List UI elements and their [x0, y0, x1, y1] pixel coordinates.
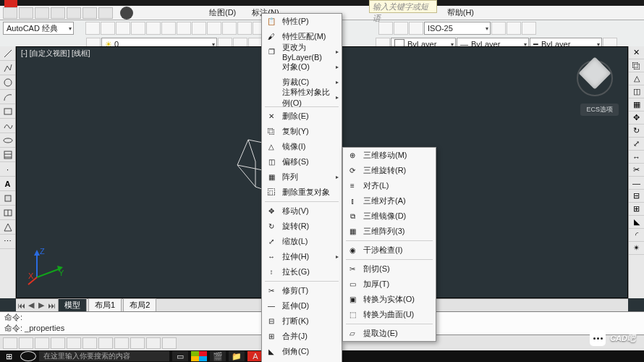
- toolbar-button[interactable]: [237, 22, 252, 35]
- taskbar-app[interactable]: 🎬: [210, 351, 226, 361]
- status-button[interactable]: [3, 337, 17, 349]
- tool-move[interactable]: ✥: [629, 111, 644, 125]
- tool-explode[interactable]: ✴: [629, 242, 644, 255]
- tool-hatch[interactable]: [0, 148, 15, 162]
- taskbar-app[interactable]: [191, 351, 207, 361]
- tab-layout2[interactable]: 布局2: [123, 298, 156, 312]
- tool-arc[interactable]: [0, 90, 15, 104]
- status-button[interactable]: [130, 337, 145, 349]
- dimstyle-dropdown[interactable]: ISO-25▾: [424, 22, 491, 35]
- menu-item[interactable]: ✕删除(E): [262, 109, 342, 124]
- status-button[interactable]: [19, 337, 33, 349]
- toolbar-button[interactable]: [394, 22, 408, 35]
- toolbar-button[interactable]: [161, 22, 176, 35]
- qat-button[interactable]: [51, 7, 65, 19]
- menu-item[interactable]: ⬚转换为曲面(U): [343, 307, 436, 322]
- menu-item[interactable]: △镜像(I): [262, 139, 342, 154]
- menu-item[interactable]: ⫿三维对齐(A): [343, 193, 436, 209]
- tool-join[interactable]: ⊞: [629, 203, 644, 216]
- menu-item[interactable]: ✂剖切(S): [343, 261, 436, 277]
- status-button[interactable]: [98, 337, 113, 349]
- viewcube[interactable]: [577, 60, 613, 96]
- tool-stretch[interactable]: ↔: [629, 151, 644, 164]
- menu-item[interactable]: ▦三维阵列(3): [343, 224, 436, 239]
- menu-item[interactable]: ▦阵列▸: [262, 169, 342, 185]
- help-search-input[interactable]: 输入关键字或短语: [369, 0, 437, 13]
- menu-item[interactable]: ⊕三维移动(M): [343, 148, 436, 163]
- menu-item[interactable]: ⊟打断(K): [262, 313, 342, 329]
- tool-point[interactable]: ·: [0, 162, 15, 177]
- tool-trim[interactable]: ✂: [629, 164, 644, 177]
- toolbar-button[interactable]: [409, 22, 423, 35]
- menu-item[interactable]: ▭加厚(T): [343, 277, 436, 292]
- qat-button[interactable]: [19, 7, 33, 19]
- gear-icon[interactable]: [120, 7, 133, 20]
- status-button[interactable]: [67, 337, 81, 349]
- status-button[interactable]: [51, 337, 65, 349]
- qat-button[interactable]: [82, 7, 97, 19]
- toolbar-button[interactable]: [177, 22, 191, 35]
- tab-nav-first[interactable]: ⏮: [16, 301, 26, 310]
- menu-help[interactable]: 帮助(H): [439, 5, 482, 20]
- taskbar-search[interactable]: 在这里输入你要搜索的内容: [39, 351, 169, 361]
- menu-item[interactable]: —延伸(D): [262, 298, 342, 313]
- tool-block[interactable]: [0, 191, 15, 206]
- tool-rectangle[interactable]: [0, 104, 15, 119]
- toolbar-button[interactable]: [116, 22, 130, 35]
- tool-break[interactable]: ⊟: [629, 190, 644, 203]
- workspace-dropdown[interactable]: AutoCAD 经典▾: [3, 22, 74, 35]
- tool-text[interactable]: A: [0, 177, 15, 191]
- tool-mirror[interactable]: △: [629, 72, 644, 85]
- menu-item[interactable]: ◉干涉检查(I): [343, 243, 436, 258]
- tool-ellipse[interactable]: [0, 133, 15, 148]
- menu-item[interactable]: ↔拉伸(H)▸: [262, 249, 342, 264]
- menu-item[interactable]: ◜圆角(F): [262, 359, 342, 362]
- menu-item[interactable]: ✂修剪(T): [262, 283, 342, 298]
- menu-item[interactable]: 注释性对象比例(O)▸: [262, 90, 342, 105]
- qat-button[interactable]: [3, 7, 17, 19]
- tool-rotate[interactable]: ↻: [629, 125, 644, 138]
- menu-item[interactable]: ❐更改为 ByLayer(B)▸: [262, 44, 342, 59]
- qat-button[interactable]: [98, 7, 113, 19]
- tool-extend[interactable]: —: [629, 177, 644, 190]
- toolbar-button[interactable]: [522, 22, 536, 35]
- start-button[interactable]: ⊞: [0, 350, 17, 362]
- toolbar-button[interactable]: [507, 22, 521, 35]
- tab-nav-next[interactable]: ▶: [36, 300, 46, 310]
- tool-circle[interactable]: [0, 75, 15, 90]
- toolbar-button[interactable]: [85, 22, 100, 35]
- menu-item[interactable]: ◣倒角(C): [262, 344, 342, 359]
- ecs-options-button[interactable]: ECS选项: [580, 104, 619, 116]
- menu-item[interactable]: ≡对齐(L): [343, 178, 436, 193]
- viewport-label[interactable]: [-] [自定义视图] [线框]: [21, 49, 90, 59]
- toolbar-button[interactable]: [146, 22, 161, 35]
- menu-item[interactable]: ⤢缩放(L): [262, 234, 342, 249]
- toolbar-button[interactable]: [207, 22, 221, 35]
- tool-chamfer[interactable]: ◣: [629, 216, 644, 229]
- menu-item[interactable]: ⟳三维旋转(R): [343, 163, 436, 178]
- tool-misc[interactable]: ⋯: [0, 235, 15, 249]
- menu-item[interactable]: ↕拉长(G): [262, 264, 342, 279]
- taskbar-app[interactable]: 📁: [229, 351, 245, 361]
- tool-copy[interactable]: ⿻: [629, 59, 644, 72]
- toolbar-button[interactable]: [192, 22, 206, 35]
- menu-item[interactable]: ▣转换为实体(O): [343, 292, 436, 307]
- menu-item[interactable]: ⧉三维镜像(D): [343, 209, 436, 224]
- toolbar-button[interactable]: [101, 22, 115, 35]
- menu-item[interactable]: 对象(O)▸: [262, 59, 342, 75]
- qat-button[interactable]: [67, 7, 81, 19]
- tab-model[interactable]: 模型: [58, 298, 87, 312]
- menu-item[interactable]: ⿻复制(Y): [262, 124, 342, 139]
- status-button[interactable]: [82, 337, 97, 349]
- status-button[interactable]: [146, 337, 161, 349]
- menu-item[interactable]: ↻旋转(R): [262, 219, 342, 234]
- tool-offset[interactable]: ◫: [629, 85, 644, 98]
- tool-region[interactable]: [0, 220, 15, 235]
- tab-layout1[interactable]: 布局1: [88, 298, 122, 312]
- status-button[interactable]: [162, 337, 177, 349]
- tool-array[interactable]: ▦: [629, 98, 644, 111]
- tab-nav-prev[interactable]: ◀: [26, 300, 36, 310]
- cortana-icon[interactable]: [20, 351, 36, 361]
- tool-line[interactable]: [0, 46, 15, 61]
- tool-polyline[interactable]: [0, 61, 15, 75]
